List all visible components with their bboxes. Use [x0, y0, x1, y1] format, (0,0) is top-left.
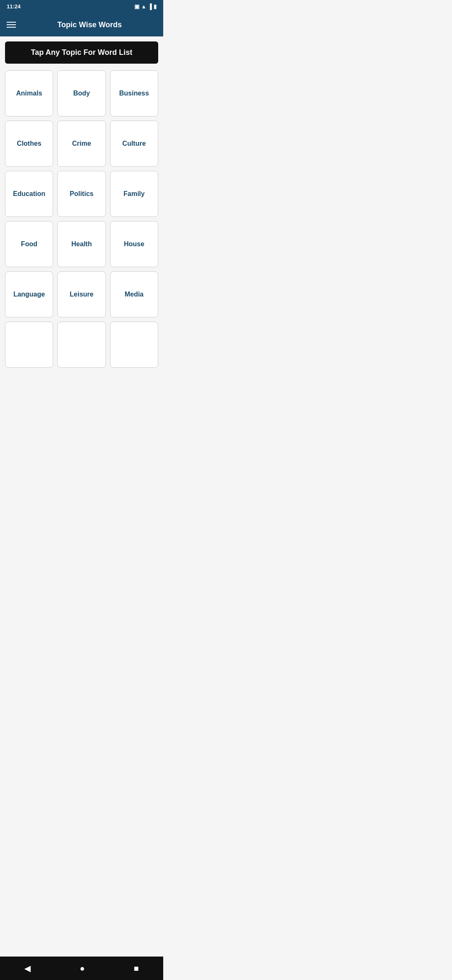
app-bar: Topic Wise Words	[0, 13, 163, 36]
wifi-icon: ▲	[141, 3, 146, 10]
topic-card-business[interactable]: Business	[110, 70, 158, 116]
topic-card-empty3	[110, 322, 158, 368]
topic-card-food[interactable]: Food	[5, 221, 53, 267]
banner-text: Tap Any Topic For Word List	[31, 48, 132, 57]
topic-card-empty2	[57, 322, 105, 368]
topic-card-education[interactable]: Education	[5, 171, 53, 217]
status-time: 11:24	[7, 3, 21, 10]
battery-icon: ▮	[154, 3, 157, 10]
topic-card-body[interactable]: Body	[57, 70, 105, 116]
topic-card-empty1	[5, 322, 53, 368]
topic-card-family[interactable]: Family	[110, 171, 158, 217]
topic-grid: AnimalsBodyBusinessClothesCrimeCultureEd…	[0, 69, 163, 373]
topic-card-culture[interactable]: Culture	[110, 121, 158, 167]
banner: Tap Any Topic For Word List	[5, 41, 158, 64]
topic-card-clothes[interactable]: Clothes	[5, 121, 53, 167]
topic-card-leisure[interactable]: Leisure	[57, 271, 105, 317]
hamburger-icon[interactable]	[7, 22, 16, 28]
topic-card-house[interactable]: House	[110, 221, 158, 267]
page-title: Topic Wise Words	[23, 21, 157, 29]
sim-icon: ▣	[134, 3, 139, 10]
status-icons: ▣ ▲ ▐ ▮	[134, 3, 157, 10]
topic-card-language[interactable]: Language	[5, 271, 53, 317]
topic-card-politics[interactable]: Politics	[57, 171, 105, 217]
status-bar: 11:24 ▣ ▲ ▐ ▮	[0, 0, 163, 13]
topic-card-crime[interactable]: Crime	[57, 121, 105, 167]
topic-card-health[interactable]: Health	[57, 221, 105, 267]
topic-card-media[interactable]: Media	[110, 271, 158, 317]
signal-icon: ▐	[148, 3, 152, 10]
topic-card-animals[interactable]: Animals	[5, 70, 53, 116]
